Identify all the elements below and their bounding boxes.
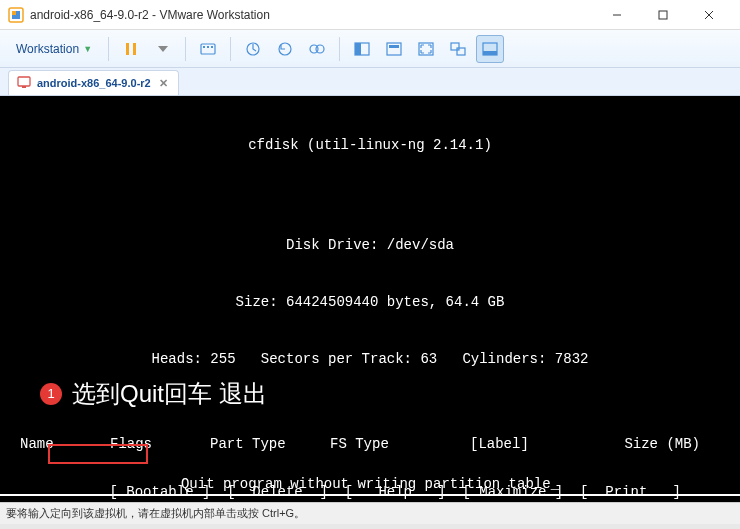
send-ctrl-alt-del-button[interactable] <box>194 35 222 63</box>
svg-rect-25 <box>483 51 497 55</box>
chevron-down-icon: ▼ <box>83 44 92 54</box>
toolbar-separator <box>339 37 340 61</box>
minimize-button[interactable] <box>594 0 640 30</box>
toolbar-separator <box>108 37 109 61</box>
unity-button[interactable] <box>444 35 472 63</box>
annotation-number-badge: 1 <box>40 383 62 405</box>
svg-rect-19 <box>387 43 401 55</box>
close-button[interactable] <box>686 0 732 30</box>
svg-rect-10 <box>203 46 205 48</box>
svg-rect-12 <box>211 46 213 48</box>
annotation-overlay: 1 选到Quit回车 退出 <box>40 378 267 410</box>
svg-rect-18 <box>355 43 361 55</box>
vm-tab-icon <box>17 75 31 91</box>
toolbar-separator <box>185 37 186 61</box>
workstation-menu-label: Workstation <box>16 42 79 56</box>
annotation-text: 选到Quit回车 退出 <box>72 378 267 410</box>
main-toolbar: Workstation ▼ <box>0 30 740 68</box>
toolbar-separator <box>230 37 231 61</box>
pause-button[interactable] <box>117 35 145 63</box>
cfdisk-title: cfdisk (util-linux-ng 2.14.1) <box>0 136 740 155</box>
svg-rect-27 <box>22 86 26 88</box>
window-titlebar: android-x86_64-9.0-r2 - VMware Workstati… <box>0 0 740 30</box>
svg-rect-7 <box>126 43 129 55</box>
window-title: android-x86_64-9.0-r2 - VMware Workstati… <box>30 8 594 22</box>
svg-rect-8 <box>133 43 136 55</box>
vm-console[interactable]: cfdisk (util-linux-ng 2.14.1) Disk Drive… <box>0 96 740 502</box>
view-console-button[interactable] <box>380 35 408 63</box>
vm-tab[interactable]: android-x86_64-9.0-r2 ✕ <box>8 70 179 95</box>
view-fit-button[interactable] <box>348 35 376 63</box>
svg-rect-4 <box>659 11 667 19</box>
disk-size-line: Size: 64424509440 bytes, 64.4 GB <box>0 293 740 312</box>
status-text: 要将输入定向到该虚拟机，请在虚拟机内部单击或按 Ctrl+G。 <box>6 506 305 521</box>
svg-rect-2 <box>12 11 16 15</box>
workstation-menu-button[interactable]: Workstation ▼ <box>8 38 100 60</box>
app-icon <box>8 7 24 23</box>
svg-rect-9 <box>201 44 215 54</box>
snapshot-revert-button[interactable] <box>271 35 299 63</box>
vm-tab-label: android-x86_64-9.0-r2 <box>37 77 151 89</box>
svg-rect-11 <box>207 46 209 48</box>
svg-point-16 <box>316 45 324 53</box>
svg-rect-26 <box>18 77 30 86</box>
power-split-button[interactable] <box>149 35 177 63</box>
cfdisk-hint: Quit program without writing partition t… <box>0 475 740 494</box>
maximize-button[interactable] <box>640 0 686 30</box>
svg-rect-23 <box>457 48 465 55</box>
status-bar: 要将输入定向到该虚拟机，请在虚拟机内部单击或按 Ctrl+G。 <box>0 502 740 524</box>
svg-rect-20 <box>389 45 399 48</box>
vm-tabstrip: android-x86_64-9.0-r2 ✕ <box>0 68 740 96</box>
snapshot-take-button[interactable] <box>239 35 267 63</box>
fullscreen-button[interactable] <box>412 35 440 63</box>
disk-geom-line: Heads: 255 Sectors per Track: 63 Cylinde… <box>0 350 740 369</box>
thumbnail-bar-button[interactable] <box>476 35 504 63</box>
tab-close-icon[interactable]: ✕ <box>157 77 170 90</box>
svg-rect-22 <box>451 43 459 50</box>
snapshot-manager-button[interactable] <box>303 35 331 63</box>
disk-drive-line: Disk Drive: /dev/sda <box>0 236 740 255</box>
